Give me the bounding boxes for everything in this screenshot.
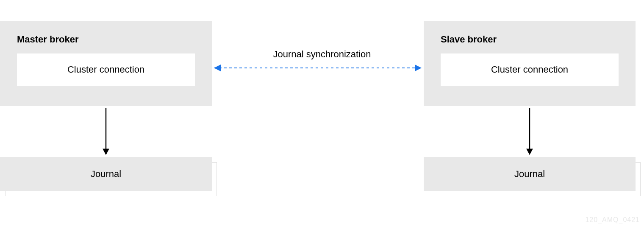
sync-label: Journal synchronization xyxy=(273,49,371,60)
slave-journal-box: Journal xyxy=(424,157,636,191)
master-broker-title: Master broker xyxy=(17,34,195,45)
master-journal-stack: Journal xyxy=(0,157,212,191)
master-broker-box: Master broker Cluster connection xyxy=(0,21,212,106)
master-journal-box: Journal xyxy=(0,157,212,191)
master-cluster-connection: Cluster connection xyxy=(17,53,195,86)
slave-arrowhead-icon xyxy=(526,149,533,155)
slave-broker-box: Slave broker Cluster connection xyxy=(424,21,636,106)
slave-broker-title: Slave broker xyxy=(441,34,619,45)
slave-cluster-connection: Cluster connection xyxy=(441,53,619,86)
slave-journal-stack: Journal xyxy=(424,157,636,191)
watermark-text: 120_AMQ_0421 xyxy=(585,216,640,224)
master-arrowhead-icon xyxy=(103,149,109,155)
